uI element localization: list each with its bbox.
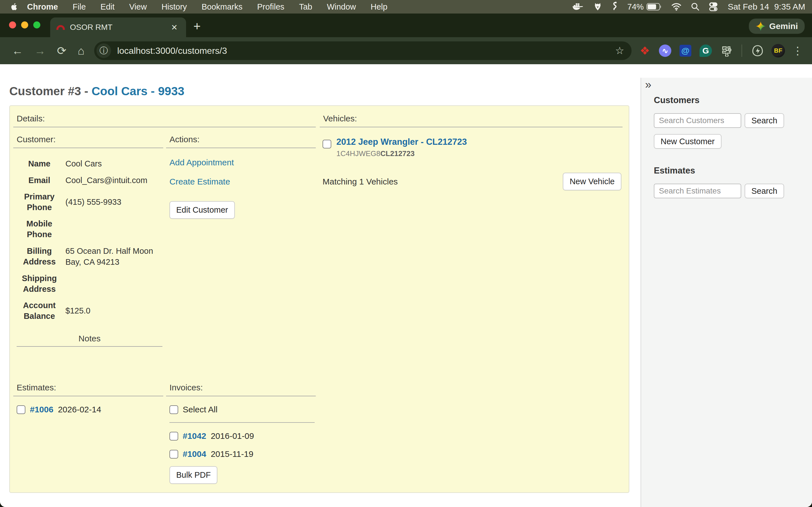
menu-file[interactable]: File <box>65 2 93 11</box>
toolbar-separator <box>742 45 742 57</box>
control-center-icon[interactable] <box>709 2 718 11</box>
menu-tab[interactable]: Tab <box>292 2 320 11</box>
new-tab-button[interactable]: + <box>193 19 201 33</box>
apple-logo-icon[interactable] <box>11 3 18 11</box>
extensions-puzzle-icon[interactable] <box>719 44 732 57</box>
extension-purple-icon[interactable]: ∿ <box>659 45 671 57</box>
field-value-primary-phone: (415) 555-9933 <box>65 189 163 216</box>
vehicles-heading: Vehicles: <box>320 111 622 127</box>
matching-vehicles-label: Matching 1 Vehicles <box>322 177 398 186</box>
url-text[interactable]: localhost:3000/customers/3 <box>117 46 611 56</box>
invoice-date: 2016-01-09 <box>211 431 254 441</box>
gemini-label: Gemini <box>769 21 798 31</box>
spotlight-search-icon[interactable] <box>691 3 700 11</box>
vehicle-checkbox[interactable] <box>322 140 331 149</box>
right-sidebar: » Customers Search New Customer Estimate… <box>641 78 812 507</box>
close-window-button[interactable] <box>9 21 16 29</box>
browser-tab[interactable]: OSOR RMT ✕ <box>50 17 186 37</box>
create-estimate-link[interactable]: Create Estimate <box>169 177 316 186</box>
estimate-checkbox[interactable] <box>17 405 26 414</box>
invoice-link[interactable]: #1042 <box>183 431 206 441</box>
field-value-shipping-address <box>65 270 163 297</box>
invoice-date: 2015-11-19 <box>211 449 253 459</box>
estimates-subcolumn: Estimates: #1006 2026-02-14 <box>13 383 163 484</box>
menu-help[interactable]: Help <box>363 2 395 11</box>
estimate-link[interactable]: #1006 <box>30 405 53 414</box>
fullscreen-window-button[interactable] <box>33 21 40 29</box>
gemini-button[interactable]: Gemini <box>749 18 805 34</box>
home-button[interactable]: ⌂ <box>72 45 90 57</box>
new-customer-button[interactable]: New Customer <box>654 134 721 149</box>
sidebar-customers-heading: Customers <box>654 95 812 105</box>
snake-app-icon[interactable] <box>612 2 618 12</box>
field-row-email: EmailCool_Cars@intuit.com <box>13 172 163 189</box>
field-row-account-balance: Account Balance$125.0 <box>13 297 163 324</box>
invoices-heading: Invoices: <box>166 383 316 396</box>
vehicle-link[interactable]: 2012 Jeep Wrangler - CL212723 <box>336 137 467 147</box>
browser-window: OSOR RMT ✕ + Gemini ← → ⟳ ⌂ ⓘ localhost:… <box>0 13 812 507</box>
search-customers-input[interactable] <box>654 113 741 128</box>
menu-edit[interactable]: Edit <box>93 2 122 11</box>
reload-button[interactable]: ⟳ <box>51 44 72 57</box>
field-row-primary-phone: Primary Phone(415) 555-9933 <box>13 189 163 216</box>
invoice-checkbox[interactable] <box>169 450 178 459</box>
battery-percent: 74% <box>627 2 644 11</box>
address-bar[interactable]: ⓘ localhost:3000/customers/3 ☆ <box>94 41 631 60</box>
menu-bookmarks[interactable]: Bookmarks <box>194 2 250 11</box>
customer-name-link[interactable]: Cool Cars - 9933 <box>92 84 185 98</box>
details-heading: Details: <box>13 111 316 127</box>
profile-avatar[interactable]: BF <box>771 44 785 57</box>
details-column: Details: Customer: NameCool Cars EmailCo… <box>13 111 316 484</box>
battery-indicator[interactable]: 74% <box>627 2 662 11</box>
extension-red-icon[interactable]: ❖ <box>638 44 651 57</box>
back-button[interactable]: ← <box>6 45 29 57</box>
bookmark-star-icon[interactable]: ☆ <box>611 45 629 57</box>
wifi-icon[interactable] <box>671 3 681 11</box>
invoices-divider <box>169 422 315 423</box>
main-column: Customer #3 - Cool Cars - 9933 Details: … <box>0 78 641 507</box>
site-info-icon[interactable]: ⓘ <box>96 43 111 58</box>
sidebar-estimates-heading: Estimates <box>654 166 812 176</box>
invoice-link[interactable]: #1004 <box>183 449 206 459</box>
window-controls <box>9 21 40 29</box>
time-label: 9:35 AM <box>774 2 805 11</box>
search-customers-button[interactable]: Search <box>745 113 784 128</box>
search-estimates-input[interactable] <box>654 184 741 198</box>
new-vehicle-button[interactable]: New Vehicle <box>563 173 621 190</box>
chrome-menu-icon[interactable]: ⋮ <box>788 45 806 57</box>
fox-app-icon[interactable] <box>593 2 603 11</box>
select-all-checkbox[interactable] <box>169 405 178 414</box>
tab-close-icon[interactable]: ✕ <box>169 22 180 33</box>
select-all-label: Select All <box>183 405 217 414</box>
edit-customer-button[interactable]: Edit Customer <box>169 201 235 219</box>
tab-title: OSOR RMT <box>70 23 169 32</box>
menu-profiles[interactable]: Profiles <box>250 2 292 11</box>
extension-email-lock-icon[interactable]: @ <box>679 45 691 57</box>
notes-heading: Notes <box>17 334 162 347</box>
field-value-account-balance: $125.0 <box>65 297 163 324</box>
add-appointment-link[interactable]: Add Appointment <box>169 158 316 167</box>
bulk-pdf-button[interactable]: Bulk PDF <box>169 466 217 484</box>
forward-button[interactable]: → <box>29 45 51 57</box>
field-value-mobile-phone <box>65 216 163 243</box>
search-estimates-button[interactable]: Search <box>745 184 784 198</box>
docker-icon[interactable] <box>572 2 583 11</box>
extensions-area: ❖ ∿ @ G BF <box>638 44 785 57</box>
menu-view[interactable]: View <box>122 2 154 11</box>
minimize-window-button[interactable] <box>21 21 28 29</box>
macos-menubar: Chrome File Edit View History Bookmarks … <box>0 0 812 13</box>
field-value-name: Cool Cars <box>65 156 163 172</box>
collapse-sidebar-icon[interactable]: » <box>645 78 651 91</box>
customer-fields-table: NameCool Cars EmailCool_Cars@intuit.com … <box>13 156 163 324</box>
redmine-favicon <box>56 25 65 30</box>
open-issues-heading: 1 Open Issues - 0.0 Hours <box>9 506 629 507</box>
menu-chrome[interactable]: Chrome <box>23 2 65 11</box>
vehicle-row: 2012 Jeep Wrangler - CL212723 1C4HJWEG8C… <box>322 137 622 158</box>
menu-window[interactable]: Window <box>319 2 363 11</box>
field-value-email: Cool_Cars@intuit.com <box>65 172 163 189</box>
menubar-clock[interactable]: Sat Feb 14 9:35 AM <box>728 2 805 11</box>
grammarly-icon[interactable]: G <box>700 45 712 57</box>
performance-leaf-icon[interactable] <box>751 44 764 57</box>
invoice-checkbox[interactable] <box>169 432 178 441</box>
menu-history[interactable]: History <box>154 2 194 11</box>
